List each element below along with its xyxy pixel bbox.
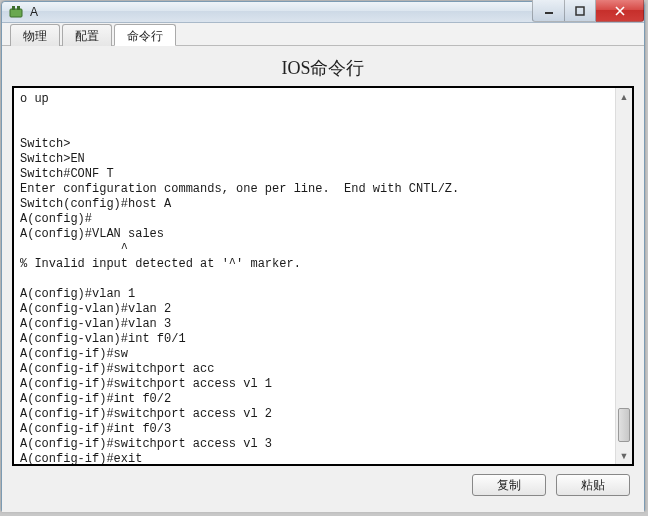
close-button[interactable] (596, 0, 644, 22)
svg-rect-4 (576, 7, 584, 15)
app-window: A 物理 配置 命令行 IOS命令行 o up Switch> Switch>E… (1, 1, 645, 511)
scrollbar[interactable]: ▲ ▼ (615, 88, 632, 464)
svg-rect-1 (12, 6, 15, 10)
close-icon (614, 5, 626, 17)
window-title: A (30, 5, 532, 19)
svg-rect-2 (17, 6, 20, 10)
paste-button[interactable]: 粘贴 (556, 474, 630, 496)
svg-rect-3 (545, 12, 553, 14)
tab-bar: 物理 配置 命令行 (2, 23, 644, 46)
copy-button[interactable]: 复制 (472, 474, 546, 496)
titlebar: A (2, 2, 644, 23)
terminal-output[interactable]: o up Switch> Switch>EN Switch#CONF T Ent… (14, 88, 615, 464)
window-controls (532, 0, 644, 22)
minimize-button[interactable] (532, 0, 564, 22)
svg-rect-0 (10, 9, 22, 17)
app-icon (8, 4, 24, 20)
panel-title: IOS命令行 (12, 52, 634, 86)
terminal-container: o up Switch> Switch>EN Switch#CONF T Ent… (12, 86, 634, 466)
maximize-button[interactable] (564, 0, 596, 22)
content-area: IOS命令行 o up Switch> Switch>EN Switch#CON… (2, 46, 644, 512)
tab-config[interactable]: 配置 (62, 24, 112, 46)
maximize-icon (575, 6, 585, 16)
scroll-thumb[interactable] (618, 408, 630, 442)
tab-cli[interactable]: 命令行 (114, 24, 176, 46)
scroll-down-icon[interactable]: ▼ (616, 447, 632, 464)
button-row: 复制 粘贴 (12, 466, 634, 506)
tab-physical[interactable]: 物理 (10, 24, 60, 46)
minimize-icon (544, 6, 554, 16)
scroll-up-icon[interactable]: ▲ (616, 88, 632, 105)
